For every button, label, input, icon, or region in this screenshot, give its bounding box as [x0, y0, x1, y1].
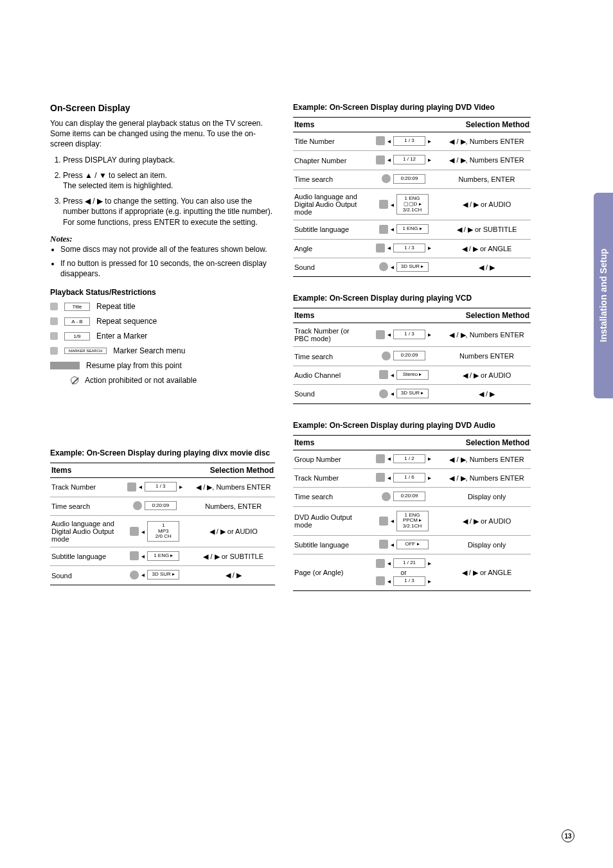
table-row: Audio Channel ◂Stereo ▸ ◀ / ▶ or AUDIO — [293, 366, 531, 384]
status-row: A - B Repeat sequence — [50, 317, 275, 326]
table-row: Track Number ◂1 / 6▸ ◀ / ▶, Numbers ENTE… — [293, 468, 531, 487]
item-sel: ◀ / ▶ or AUDIO — [443, 189, 531, 220]
item-name: DVD Audio Output mode — [293, 506, 364, 535]
audio-icon — [379, 370, 388, 379]
item-chip: ◂3D SUR ▸ — [364, 385, 443, 403]
table-row: Track Number (or PBC mode) ◂1 / 3▸ ◀ / ▶… — [293, 323, 531, 347]
group-icon — [376, 454, 385, 463]
col-selection: Selection Method — [192, 463, 276, 478]
item-sel: ◀ / ▶ or AUDIO — [443, 366, 531, 384]
status-text: Enter a Marker — [96, 332, 147, 341]
table-row: DVD Audio Output mode ◂1 ENGPPCM ▸3/2.1C… — [293, 506, 531, 535]
table-row: Sound ◂3D SUR ▸ ◀ / ▶ — [50, 566, 275, 585]
prohibit-icon — [71, 376, 78, 384]
table-row: Title Number ◂1 / 3▸ ◀ / ▶, Numbers ENTE… — [293, 132, 531, 151]
status-text: Repeat title — [96, 302, 136, 311]
item-chip: ◂3D SUR ▸ — [118, 566, 192, 585]
table-row: Audio language and Digital Audio Output … — [293, 189, 531, 220]
item-sel: ◀ / ▶, Numbers ENTER — [443, 132, 531, 151]
status-row: MARKER SEARCH Marker Search menu — [50, 346, 275, 355]
item-sel: ◀ / ▶ or SUBTITLE — [443, 220, 531, 239]
disc-icon — [376, 136, 385, 145]
table-row: Time search 0:20:09 Numbers, ENTER — [50, 497, 275, 515]
item-name: Page (or Angle) — [293, 554, 364, 591]
item-chip: 0:20:09 — [364, 170, 443, 188]
dvdv-table: Items Selection Method Title Number ◂1 /… — [293, 117, 531, 277]
item-name: Audio Channel — [293, 366, 364, 384]
page-icon — [376, 559, 385, 568]
item-name: Subtitle language — [50, 547, 118, 566]
col-selection: Selection Method — [443, 308, 531, 323]
item-name: Track Number (or PBC mode) — [293, 323, 364, 347]
item-sel: ◀ / ▶ — [192, 566, 276, 585]
clock-icon — [382, 174, 391, 183]
status-chip: 1/9 — [64, 332, 90, 341]
angle-icon — [376, 576, 385, 585]
item-chip: 0:20:09 — [364, 488, 443, 506]
dvda-table: Items Selection Method Group Number ◂1 /… — [293, 435, 531, 592]
sound-icon — [379, 389, 388, 398]
status-row: Title Repeat title — [50, 302, 275, 311]
step-2a: Press ▲ / ▼ to select an item. — [63, 171, 167, 180]
table-row: Group Number ◂1 / 2▸ ◀ / ▶, Numbers ENTE… — [293, 450, 531, 468]
right-column: Example: On-Screen Display during playin… — [293, 103, 531, 608]
clock-icon — [382, 492, 391, 501]
item-chip: ◂Stereo ▸ — [364, 366, 443, 384]
item-name: Title Number — [293, 132, 364, 151]
item-chip: ◂1 / 6▸ — [364, 468, 443, 487]
item-sel: ◀ / ▶ or AUDIO — [443, 506, 531, 535]
step-3: Press ◀ / ▶ to change the setting. You c… — [63, 196, 275, 227]
item-name: Sound — [293, 258, 364, 276]
status-text: Marker Search menu — [113, 346, 185, 355]
item-sel: ◀ / ▶, Numbers ENTER — [192, 478, 276, 497]
step-2: Press ▲ / ▼ to select an item. The selec… — [63, 170, 275, 191]
marker-icon — [50, 332, 58, 340]
table-row: Time search 0:20:09 Display only — [293, 488, 531, 506]
notes-heading: Notes: — [50, 234, 275, 244]
status-row: Resume play from this point — [50, 361, 275, 370]
intro-text: You can display the general playback sta… — [50, 118, 275, 150]
item-name: Chapter Number — [293, 151, 364, 170]
item-sel: ◀ / ▶ or AUDIO — [192, 516, 276, 547]
disc-icon — [376, 330, 385, 339]
table-title: Example: On-Screen Display during playin… — [50, 448, 275, 457]
table-row: Sound ◂3D SUR ▸ ◀ / ▶ — [293, 258, 531, 276]
page-number: 13 — [562, 829, 574, 842]
status-chip: Title — [64, 303, 90, 311]
status-row: Action prohibited or not available — [50, 376, 275, 385]
item-sel: ◀ / ▶, Numbers ENTER — [443, 151, 531, 170]
status-chip: A - B — [64, 317, 90, 326]
item-chip: 0:20:09 — [364, 347, 443, 366]
item-name: Track Number — [293, 468, 364, 487]
item-sel: ◀ / ▶ — [443, 385, 531, 403]
subtitle-icon — [130, 551, 139, 560]
item-chip: ◂1 / 3▸ — [364, 323, 443, 347]
item-name: Angle — [293, 239, 364, 258]
item-chip: 0:20:09 — [118, 497, 192, 515]
item-chip: ◂1MP32/0 CH — [118, 516, 192, 547]
status-text: Resume play from this point — [86, 361, 182, 370]
subtitle-icon — [379, 225, 388, 234]
status-text: Repeat sequence — [96, 317, 157, 326]
repeat-icon — [50, 317, 58, 325]
item-sel: ◀ / ▶ or ANGLE — [443, 554, 531, 591]
item-sel: ◀ / ▶ — [443, 258, 531, 276]
item-chip: ◂1 / 21▸ or ◂1 / 3▸ — [364, 554, 443, 591]
col-items: Items — [293, 118, 364, 132]
col-items: Items — [293, 435, 364, 450]
item-chip: ◂1 ENG ▸ — [364, 220, 443, 239]
table-title: Example: On-Screen Display during playin… — [293, 421, 531, 430]
table-row: Angle ◂1 / 3▸ ◀ / ▶ or ANGLE — [293, 239, 531, 258]
section-tab-label: Installation and Setup — [598, 249, 609, 342]
item-chip: ◂1 ENGPPCM ▸3/2.1CH — [364, 506, 443, 535]
item-name: Time search — [293, 347, 364, 366]
step-2b: The selected item is highlighted. — [63, 181, 173, 190]
clock-icon — [382, 351, 391, 360]
table-title: Example: On-Screen Display during playin… — [293, 294, 531, 303]
status-heading: Playback Status/Restrictions — [50, 288, 275, 297]
repeat-icon — [50, 303, 58, 310]
status-chip: MARKER SEARCH — [64, 348, 107, 354]
notes-list: Some discs may not provide all of the fe… — [50, 244, 275, 279]
item-name: Sound — [293, 385, 364, 403]
item-chip: ◂1 / 3▸ — [118, 478, 192, 497]
